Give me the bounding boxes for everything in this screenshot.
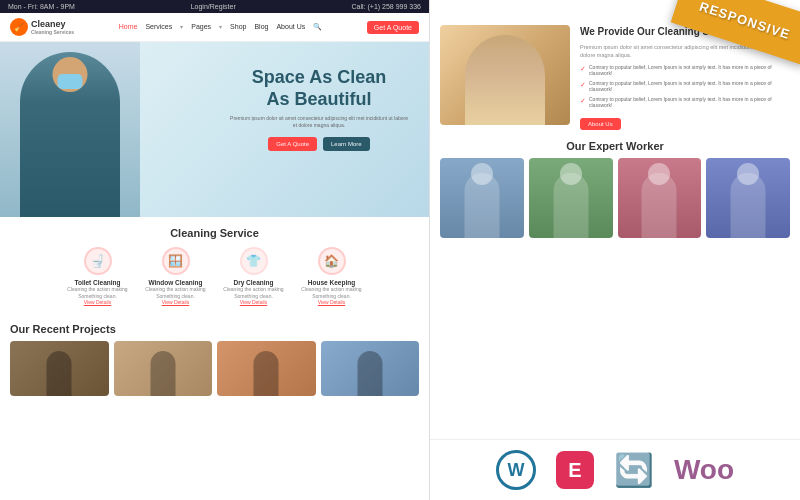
- nav-cta-button[interactable]: Get A Quote: [367, 21, 419, 34]
- services-title: Cleaning Service: [10, 227, 419, 239]
- worker-figure-3: [642, 173, 677, 238]
- hero-section: Space As Clean As Beautiful Premium ipsu…: [0, 42, 429, 217]
- navigation: 🧹 Cleaney Cleaning Services Home Service…: [0, 13, 429, 42]
- person-silhouette: [20, 52, 120, 217]
- check-1: ✓ Contrary to popular belief, Lorem Ipsu…: [580, 64, 790, 77]
- right-content: We Provide Our Cleaning Service Premium …: [430, 0, 800, 318]
- worker-figure-4: [731, 173, 766, 238]
- service-house: 🏠 House Keeping Cleaning the action maki…: [297, 247, 367, 305]
- search-icon[interactable]: 🔍: [313, 23, 322, 31]
- window-icon: 🪟: [162, 247, 190, 275]
- project-figure-2: [150, 351, 175, 396]
- project-2: [114, 341, 213, 396]
- worker-figure-2: [553, 173, 588, 238]
- service-dry: 👕 Dry Cleaning Cleaning the action makin…: [219, 247, 289, 305]
- hero-text: Space As Clean As Beautiful Premium ipsu…: [229, 67, 409, 151]
- check-icon-2: ✓: [580, 81, 586, 89]
- check-text-3: Contrary to popular belief, Lorem Ipsum …: [589, 96, 790, 109]
- top-bar: Mon - Fri: 8AM - 9PM Login/Register Call…: [0, 0, 429, 13]
- project-4: [321, 341, 420, 396]
- hero-person-image: [0, 42, 140, 217]
- woo-text: Woo: [674, 454, 734, 486]
- logo-text: Cleaney Cleaning Services: [31, 19, 74, 35]
- service-grid: 🚽 Toilet Cleaning Cleaning the action ma…: [10, 247, 419, 305]
- hero-learn-button[interactable]: Learn More: [323, 137, 370, 151]
- check-text-1: Contrary to popular belief, Lorem Ipsum …: [589, 64, 790, 77]
- project-1: [10, 341, 109, 396]
- responsive-text: RESPONSIVE: [698, 0, 793, 42]
- worker-3: [618, 158, 702, 238]
- check-icon-1: ✓: [580, 65, 586, 73]
- nav-about[interactable]: About Us: [276, 23, 305, 31]
- phone-text: Call: (+1) 258 999 336: [352, 3, 421, 10]
- dry-desc: Cleaning the action making Something cle…: [219, 286, 289, 299]
- house-icon: 🏠: [318, 247, 346, 275]
- project-grid: [10, 341, 419, 396]
- about-button[interactable]: About Us: [580, 118, 621, 130]
- hours-text: Mon - Fri: 8AM - 9PM: [8, 3, 75, 10]
- recent-projects-section: Our Recent Projects: [0, 315, 429, 401]
- left-panel: Mon - Fri: 8AM - 9PM Login/Register Call…: [0, 0, 430, 500]
- nav-links: Home Services ▾ Pages ▾ Shop Blog About …: [119, 23, 323, 31]
- hero-description: Premium ipsum dolor sit amet consectetur…: [229, 115, 409, 129]
- logo: 🧹 Cleaney Cleaning Services: [10, 18, 74, 36]
- house-title: House Keeping: [297, 279, 367, 286]
- login-text[interactable]: Login/Register: [191, 3, 236, 10]
- right-panel: RESPONSIVE We Provide Our Cleaning Servi…: [430, 0, 800, 500]
- project-figure-4: [357, 351, 382, 396]
- refresh-logo: 🔄: [614, 451, 654, 489]
- dry-title: Dry Cleaning: [219, 279, 289, 286]
- person-mask: [58, 74, 83, 89]
- dry-link[interactable]: View Details: [219, 299, 289, 305]
- worker-figure-1: [464, 173, 499, 238]
- window-desc: Cleaning the action making Something cle…: [141, 286, 211, 299]
- house-desc: Cleaning the action making Something cle…: [297, 286, 367, 299]
- window-link[interactable]: View Details: [141, 299, 211, 305]
- service-photo: [440, 25, 570, 125]
- service-photo-person: [465, 35, 545, 125]
- refresh-icon: 🔄: [614, 451, 654, 489]
- hero-buttons: Get A Quote Learn More: [229, 137, 409, 151]
- check-icon-3: ✓: [580, 97, 586, 105]
- expert-section: Our Expert Worker: [440, 140, 790, 238]
- nav-blog[interactable]: Blog: [254, 23, 268, 31]
- check-3: ✓ Contrary to popular belief, Lorem Ipsu…: [580, 96, 790, 109]
- workers-grid: [440, 158, 790, 238]
- toilet-title: Toilet Cleaning: [63, 279, 133, 286]
- elementor-logo: E: [556, 451, 594, 489]
- worker-2: [529, 158, 613, 238]
- service-toilet: 🚽 Toilet Cleaning Cleaning the action ma…: [63, 247, 133, 305]
- main-container: Mon - Fri: 8AM - 9PM Login/Register Call…: [0, 0, 800, 500]
- toilet-icon: 🚽: [84, 247, 112, 275]
- recent-title: Our Recent Projects: [10, 323, 419, 335]
- nav-services[interactable]: Services: [145, 23, 172, 31]
- project-3: [217, 341, 316, 396]
- nav-shop[interactable]: Shop: [230, 23, 246, 31]
- project-figure-1: [47, 351, 72, 396]
- nav-pages[interactable]: Pages: [191, 23, 211, 31]
- worker-1: [440, 158, 524, 238]
- check-2: ✓ Contrary to popular belief, Lorem Ipsu…: [580, 80, 790, 93]
- bottom-logos: W E 🔄 Woo: [430, 439, 800, 500]
- worker-4: [706, 158, 790, 238]
- toilet-desc: Cleaning the action making Something cle…: [63, 286, 133, 299]
- services-section: Cleaning Service 🚽 Toilet Cleaning Clean…: [0, 217, 429, 315]
- check-text-2: Contrary to popular belief, Lorem Ipsum …: [589, 80, 790, 93]
- elementor-e: E: [568, 459, 581, 482]
- window-title: Window Cleaning: [141, 279, 211, 286]
- expert-title: Our Expert Worker: [440, 140, 790, 152]
- hero-title: Space As Clean As Beautiful: [229, 67, 409, 110]
- house-link[interactable]: View Details: [297, 299, 367, 305]
- nav-home[interactable]: Home: [119, 23, 138, 31]
- service-window: 🪟 Window Cleaning Cleaning the action ma…: [141, 247, 211, 305]
- dry-icon: 👕: [240, 247, 268, 275]
- wordpress-logo: W: [496, 450, 536, 490]
- logo-icon: 🧹: [10, 18, 28, 36]
- hero-quote-button[interactable]: Get A Quote: [268, 137, 317, 151]
- project-figure-3: [254, 351, 279, 396]
- toilet-link[interactable]: View Details: [63, 299, 133, 305]
